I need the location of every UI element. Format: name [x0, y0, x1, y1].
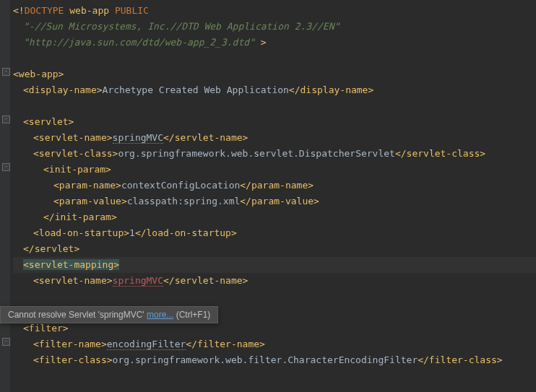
fold-icon[interactable]: - [2, 163, 10, 171]
code-line[interactable]: <servlet-class>org.springframework.web.s… [13, 146, 536, 162]
code-line[interactable]: <servlet-name>springMVC</servlet-name> [13, 273, 536, 289]
tooltip-more-link[interactable]: more... [147, 310, 173, 320]
code-line[interactable]: <filter-class>org.springframework.web.fi… [13, 352, 536, 368]
code-line[interactable]: <servlet> [13, 114, 536, 130]
editor-gutter: - - - - [0, 0, 10, 392]
code-line[interactable]: <load-on-startup>1</load-on-startup> [13, 225, 536, 241]
code-line[interactable]: <servlet-mapping> [13, 257, 536, 273]
code-line[interactable]: <param-value>classpath:spring.xml</param… [13, 193, 536, 209]
code-line[interactable]: <display-name>Archetype Created Web Appl… [13, 82, 536, 98]
fold-icon[interactable]: - [2, 116, 10, 123]
code-line[interactable]: "-//Sun Microsystems, Inc.//DTD Web Appl… [13, 19, 536, 35]
code-line[interactable]: </servlet> [13, 241, 536, 257]
code-line[interactable]: <servlet-name>springMVC</servlet-name> [13, 130, 536, 146]
code-line[interactable]: <init-param> [13, 162, 536, 178]
error-tooltip: Cannot resolve Servlet 'springMVC' more.… [0, 306, 218, 323]
code-line[interactable] [13, 51, 536, 66]
code-line[interactable]: <web-app> [13, 66, 536, 82]
fold-icon[interactable]: - [2, 338, 10, 346]
code-line[interactable]: <filter-name>encodingFilter</filter-name… [13, 336, 536, 352]
code-line[interactable] [13, 289, 536, 305]
code-line[interactable]: <!DOCTYPE web-app PUBLIC [13, 3, 536, 19]
fold-icon[interactable]: - [2, 68, 10, 76]
code-line[interactable]: "http://java.sun.com/dtd/web-app_2_3.dtd… [13, 35, 536, 51]
code-line[interactable]: <param-name>contextConfigLocation</param… [13, 178, 536, 193]
tooltip-message: Cannot resolve Servlet 'springMVC' [8, 310, 147, 320]
tooltip-shortcut: (Ctrl+F1) [173, 310, 210, 320]
code-line[interactable] [13, 98, 536, 114]
code-line[interactable]: </init-param> [13, 209, 536, 225]
